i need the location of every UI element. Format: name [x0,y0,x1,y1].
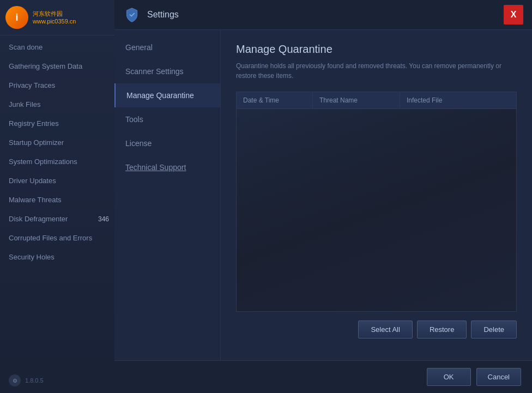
scan-status: Scan done [0,35,114,57]
sidebar-item-driver[interactable]: Driver Updates [0,171,114,190]
panel-title: Manage Quarantine [236,43,517,56]
col-header-date: Date & Time [237,92,313,108]
sidebar-item-malware[interactable]: Malware Threats [0,190,114,209]
sidebar-item-registry[interactable]: Registry Entries [0,114,114,133]
nav-item-support[interactable]: Technical Support [114,155,220,179]
cancel-button[interactable]: Cancel [476,368,521,386]
sidebar-item-security[interactable]: Security Holes [0,247,114,267]
sidebar-item-corrupted[interactable]: Corrupted Files and Errors [0,228,114,247]
nav-item-license[interactable]: License [114,131,220,155]
logo-area: i 河东软件园www.pic0359.cn [0,0,114,35]
restore-button[interactable]: Restore [417,321,467,338]
panel-description: Quarantine holds all previously found an… [236,61,517,81]
nav-item-general[interactable]: General [114,35,220,59]
sidebar-item-privacy[interactable]: Privacy Traces [0,76,114,95]
logo-text: 河东软件园www.pic0359.cn [33,10,76,26]
title-bar: Settings X [114,0,532,30]
settings-nav: General Scanner Settings Manage Quaranti… [114,30,221,360]
close-button[interactable]: X [504,5,523,25]
sidebar-item-gathering[interactable]: Gathering System Data [0,57,114,76]
delete-button[interactable]: Delete [471,321,517,338]
main-panel: Manage Quarantine Quarantine holds all p… [221,30,532,360]
ok-button[interactable]: OK [427,368,471,386]
sidebar-item-system[interactable]: System Optimizations [0,152,114,171]
shield-icon [123,6,141,23]
nav-item-tools[interactable]: Tools [114,107,220,131]
bottom-bar: OK Cancel [114,360,532,393]
disk-badge: 346 [98,215,109,223]
nav-item-scanner[interactable]: Scanner Settings [114,59,220,83]
table-body [237,109,516,311]
quarantine-table: Date & Time Threat Name Infected File [236,92,517,312]
col-header-infected: Infected File [400,92,516,108]
logo-icon: i [5,6,28,29]
version-text: 1.8.0.5 [25,377,44,384]
nav-item-quarantine[interactable]: Manage Quarantine [114,83,220,107]
col-header-threat: Threat Name [313,92,400,108]
sidebar: i 河东软件园www.pic0359.cn Scan done Gatherin… [0,0,114,393]
version-icon: ⚙ [9,374,21,386]
sidebar-item-junk[interactable]: Junk Files [0,95,114,114]
action-buttons: Select All Restore Delete [236,321,517,338]
sidebar-item-disk[interactable]: Disk Defragmenter 346 [0,209,114,228]
table-header: Date & Time Threat Name Infected File [237,92,516,109]
sidebar-item-startup[interactable]: Startup Optimizer [0,133,114,152]
settings-window: Settings X General Scanner Settings Mana… [114,0,532,393]
select-all-button[interactable]: Select All [358,321,412,338]
content-area: General Scanner Settings Manage Quaranti… [114,30,532,360]
version-area: ⚙ 1.8.0.5 [9,374,44,386]
title-bar-title: Settings [147,10,504,20]
